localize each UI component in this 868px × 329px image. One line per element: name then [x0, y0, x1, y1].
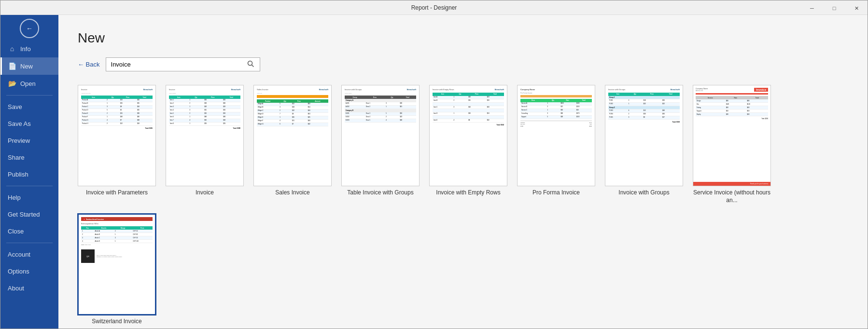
sidebar-item-save-as-label: Save As	[8, 120, 31, 127]
template-thumb-sales-invoice: Sales Invoice Stimulsoft Sales info Prod…	[253, 85, 332, 186]
template-thumb-invoice-empty-rows: Invoice with Empty Rows Stimulsoft ItemQ…	[429, 85, 507, 186]
sidebar-item-account[interactable]: Account	[0, 246, 58, 263]
sidebar-item-new-label: New	[20, 63, 33, 70]
sidebar-item-share[interactable]: Share	[0, 149, 58, 166]
template-invoice-empty-rows[interactable]: Invoice with Empty Rows Stimulsoft ItemQ…	[429, 85, 507, 204]
maximize-button[interactable]: □	[823, 0, 845, 16]
sidebar-item-save-as[interactable]: Save As	[0, 115, 58, 132]
template-thumb-switzerland-invoice: 🇨🇭 Switzerland Invoice Rechnungsadresse …	[78, 214, 156, 315]
title-bar: Report - Designer ─ □ ✕	[0, 0, 868, 15]
window-controls: ─ □ ✕	[801, 0, 868, 16]
back-link[interactable]: ← Back	[78, 61, 100, 68]
template-label-service-invoice: Service Invoice (without hours an...	[693, 189, 771, 204]
template-service-invoice[interactable]: Company NameAddress line Invoice Service…	[693, 85, 771, 204]
sidebar-item-publish[interactable]: Publish	[0, 166, 58, 183]
sidebar-item-open[interactable]: 📂 Open	[0, 75, 58, 92]
template-table-invoice-groups[interactable]: Invoice with Groups Stimulsoft Group bil…	[341, 85, 420, 204]
sidebar-item-about[interactable]: About	[0, 280, 58, 297]
svg-line-1	[252, 65, 253, 67]
new-doc-icon: 📄	[8, 62, 16, 70]
template-invoice-params[interactable]: Invoice Stimulsoft Address info here Ite…	[78, 85, 156, 204]
sidebar-item-options-label: Options	[8, 268, 29, 275]
sidebar-item-info[interactable]: ⌂ Info	[0, 40, 58, 57]
sidebar-item-share-label: Share	[8, 154, 25, 161]
folder-icon: 📂	[8, 80, 16, 87]
template-pro-forma[interactable]: Company Name Pro Forma Invoice DescQtyRa…	[517, 85, 595, 204]
minimize-button[interactable]: ─	[801, 0, 823, 16]
search-icon	[247, 60, 254, 67]
search-bar: ← Back	[78, 57, 848, 71]
sidebar-nav: ⌂ Info 📄 New 📂 Open Save Save As	[0, 40, 58, 329]
template-label-invoice: Invoice	[196, 189, 214, 197]
sidebar-item-preview-label: Preview	[8, 137, 30, 144]
template-switzerland-invoice[interactable]: 🇨🇭 Switzerland Invoice Rechnungsadresse …	[78, 214, 156, 326]
template-thumb-service-invoice: Company NameAddress line Invoice Service…	[693, 85, 771, 186]
template-label-invoice-groups: Invoice with Groups	[618, 189, 669, 197]
template-thumb-invoice-groups: Invoice with Groups Stimulsoft ItemQtyPr…	[605, 85, 683, 186]
template-thumb-table-invoice-groups: Invoice with Groups Stimulsoft Group bil…	[341, 85, 420, 186]
templates-grid: Invoice Stimulsoft Address info here Ite…	[78, 85, 848, 326]
sidebar-divider-1	[6, 95, 53, 96]
search-button[interactable]	[246, 60, 255, 69]
sidebar-item-new[interactable]: 📄 New	[0, 57, 58, 75]
sidebar-item-preview[interactable]: Preview	[0, 132, 58, 149]
sidebar-item-open-label: Open	[20, 80, 36, 87]
sidebar-item-account-label: Account	[8, 251, 30, 258]
sidebar-item-publish-label: Publish	[8, 171, 28, 178]
window-title: Report - Designer	[411, 4, 457, 11]
sidebar-item-save[interactable]: Save	[0, 98, 58, 115]
template-invoice-groups[interactable]: Invoice with Groups Stimulsoft ItemQtyPr…	[605, 85, 683, 204]
sidebar-item-help[interactable]: Help	[0, 189, 58, 206]
sidebar-item-get-started[interactable]: Get Started	[0, 206, 58, 223]
sidebar-item-save-label: Save	[8, 103, 22, 110]
service-invoice-footer: Thank you for your business.	[693, 182, 770, 186]
template-thumb-invoice-params: Invoice Stimulsoft Address info here Ite…	[78, 85, 156, 186]
sidebar-item-get-started-label: Get Started	[8, 211, 40, 218]
home-icon: ⌂	[8, 45, 16, 53]
close-button[interactable]: ✕	[845, 0, 868, 16]
sidebar-item-help-label: Help	[8, 194, 21, 201]
template-label-pro-forma: Pro Forma Invoice	[532, 189, 580, 197]
app-window: Report - Designer ─ □ ✕ ← ⌂ Info 📄 New 📂	[0, 0, 868, 329]
template-label-table-invoice-groups: Table Invoice with Groups	[347, 189, 413, 197]
content-area: New ← Back	[58, 15, 868, 329]
search-input[interactable]	[111, 61, 246, 68]
template-thumb-pro-forma: Company Name Pro Forma Invoice DescQtyRa…	[517, 85, 595, 186]
sidebar-divider-2	[6, 186, 53, 186]
template-label-sales-invoice: Sales Invoice	[275, 189, 309, 197]
sidebar-item-about-label: About	[8, 285, 24, 292]
template-thumb-invoice: Invoice Stimulsoft Client details ItemQt…	[166, 85, 244, 186]
sidebar-item-close[interactable]: Close	[0, 223, 58, 240]
sidebar-divider-3	[6, 243, 53, 243]
template-invoice[interactable]: Invoice Stimulsoft Client details ItemQt…	[166, 85, 244, 204]
sidebar-item-info-label: Info	[20, 45, 31, 53]
template-sales-invoice[interactable]: Sales Invoice Stimulsoft Sales info Prod…	[253, 85, 332, 204]
template-label-invoice-empty-rows: Invoice with Empty Rows	[436, 189, 500, 197]
sidebar-item-options[interactable]: Options	[0, 263, 58, 280]
app-body: ← ⌂ Info 📄 New 📂 Open Save	[0, 15, 868, 329]
back-circle-button[interactable]: ←	[20, 19, 39, 38]
template-label-switzerland-invoice: Switzerland Invoice	[92, 318, 141, 326]
search-input-wrap	[106, 57, 260, 71]
page-title: New	[78, 30, 848, 46]
sidebar: ← ⌂ Info 📄 New 📂 Open Save	[0, 15, 58, 329]
sidebar-item-close-label: Close	[8, 228, 24, 235]
template-label-invoice-params: Invoice with Parameters	[86, 189, 148, 197]
